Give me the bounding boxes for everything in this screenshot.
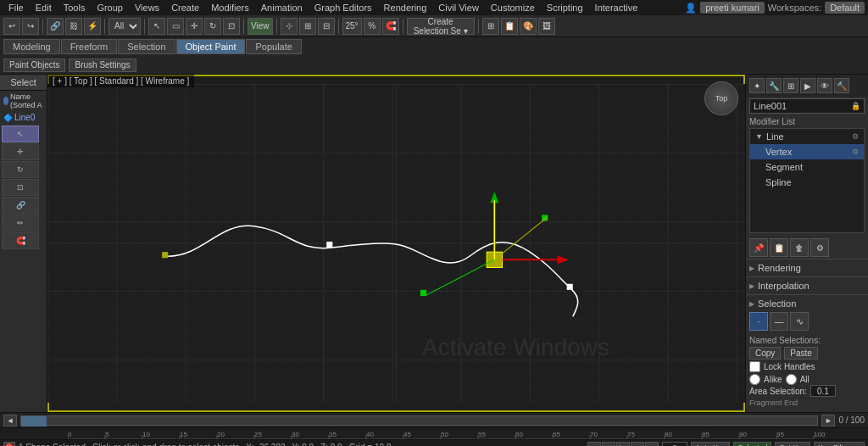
rotate-btn[interactable]: ↻ [204,18,221,35]
lock-handles-check[interactable] [749,361,760,372]
copy-btn[interactable]: Copy [749,347,781,360]
panel-icon-hierarchy[interactable]: ⊞ [783,78,798,93]
play-btn[interactable]: ▶ [616,442,630,447]
panel-icon-utils[interactable]: 🔨 [834,78,849,93]
tab-selection[interactable]: Selection [118,39,175,54]
viewport-gizmo[interactable]: Top [704,81,738,115]
tool-link[interactable]: 🔗 [2,197,39,214]
scene-explorer-btn[interactable]: 📋 [501,18,518,35]
undo-btn[interactable]: ↩ [3,18,20,35]
selection-title[interactable]: Selection [749,298,865,309]
tab-populate[interactable]: Populate [246,39,301,54]
mod-pin-btn[interactable]: 📌 [749,238,768,257]
select-btn[interactable]: ↖ [148,18,165,35]
vertex-sel-icon[interactable]: · [749,312,768,331]
all-radio[interactable] [786,374,797,385]
timeline-slider[interactable] [20,415,818,426]
material-btn[interactable]: 🎨 [520,18,537,35]
align-btn[interactable]: ⊞ [299,18,316,35]
selected-btn[interactable]: Selected [733,442,771,447]
prev-key-btn[interactable]: ◄ [602,442,615,447]
username[interactable]: preeti kumari [700,2,765,14]
next-key-btn[interactable]: ► [631,442,644,447]
menu-edit[interactable]: Edit [31,0,57,15]
mod-delete-btn[interactable]: 🗑 [790,238,809,257]
frame-input[interactable] [662,442,687,447]
selection-set-btn[interactable]: Create Selection Se ▾ [407,18,475,35]
menu-rendering[interactable]: Rendering [379,0,432,15]
menu-group[interactable]: Group [92,0,128,15]
set-key-btn[interactable]: Set Key [775,442,810,447]
object-name-field[interactable]: Line001 🔒 [749,98,865,114]
percent-snap-btn[interactable]: % [364,18,381,35]
brush-settings-btn[interactable]: Brush Settings [69,59,136,72]
modifier-list[interactable]: ▼ Line ⚙ Vertex ⚙ Segment Spline [749,128,865,233]
layers-btn[interactable]: ⊞ [482,18,499,35]
mod-vertex-options[interactable]: ⚙ [852,148,859,156]
angle-snap-btn[interactable]: 25° [342,18,362,35]
tool-rotate[interactable]: ↻ [2,161,39,178]
menu-views[interactable]: Views [130,0,164,15]
workspace-value[interactable]: Default [825,2,865,14]
status-icon-btn[interactable]: 🔴 [3,442,15,447]
alike-radio[interactable] [749,374,760,385]
mod-item-spline[interactable]: Spline [750,175,864,190]
interpolation-title[interactable]: Interpolation [749,281,865,291]
key-filters-btn[interactable]: Key Filters... [814,442,865,447]
menu-scripting[interactable]: Scripting [542,0,588,15]
menu-civil-view[interactable]: Civil View [433,0,483,15]
tab-modeling[interactable]: Modeling [3,39,60,54]
next-frame-btn[interactable]: ⏭ [645,442,659,447]
menu-interactive[interactable]: Interactive [590,0,643,15]
menu-create[interactable]: Create [166,0,204,15]
menu-modifiers[interactable]: Modifiers [206,0,254,15]
link-btn[interactable]: 🔗 [47,18,64,35]
snap3d-btn[interactable]: 🧲 [382,18,399,35]
rendering-title[interactable]: Rendering [749,263,865,273]
move-btn[interactable]: ✛ [186,18,203,35]
menu-animation[interactable]: Animation [256,0,308,15]
segment-sel-icon[interactable]: — [770,312,788,331]
prev-frame-btn[interactable]: ⏮ [587,442,601,447]
tool-move[interactable]: ✛ [2,143,39,160]
tool-select[interactable]: ↖ [2,125,39,142]
mod-config-btn[interactable]: ⚙ [810,238,829,257]
timeline-thumb[interactable] [21,416,47,426]
scale-btn[interactable]: ⊡ [223,18,240,35]
redo-btn[interactable]: ↪ [22,18,39,35]
timeline-next-btn[interactable]: ► [821,415,835,426]
timeline-prev-btn[interactable]: ◄ [3,415,17,426]
paint-objects-btn[interactable]: Paint Objects [3,59,65,72]
mod-item-line[interactable]: ▼ Line ⚙ [750,129,864,144]
paste-btn[interactable]: Paste [784,347,818,360]
filter-select[interactable]: All [108,18,141,35]
panel-icon-create[interactable]: ✦ [749,78,765,93]
menu-graph-editors[interactable]: Graph Editors [309,0,377,15]
mod-item-vertex[interactable]: Vertex ⚙ [750,144,864,159]
panel-icon-display[interactable]: 👁 [817,78,832,93]
area-sel-input[interactable] [810,385,836,397]
object-name[interactable]: Line0 [14,113,35,122]
tab-freeform[interactable]: Freeform [61,39,118,54]
tool-paint[interactable]: ✏ [2,215,39,231]
pivot-btn[interactable]: ⊹ [281,18,298,35]
render-btn[interactable]: 🖼 [538,18,555,35]
panel-icon-modify[interactable]: 🔧 [766,78,782,93]
tool-scale[interactable]: ⊡ [2,179,39,196]
spline-sel-icon[interactable]: ∿ [790,312,809,331]
unlink-btn[interactable]: ⛓ [65,18,82,35]
tool-snap[interactable]: 🧲 [2,232,39,249]
rect-select-btn[interactable]: ▭ [167,18,184,35]
mod-options-icon[interactable]: ⚙ [852,132,859,141]
auto-key-btn[interactable]: Auto Key [691,442,731,447]
bind-btn[interactable]: ⚡ [84,18,101,35]
tab-object-paint[interactable]: Object Paint [176,39,246,54]
mod-item-segment[interactable]: Segment [750,159,864,175]
menu-tools[interactable]: Tools [58,0,91,15]
menu-file[interactable]: File [3,0,29,15]
view-btn[interactable]: View [248,18,273,35]
viewport[interactable]: [ + ] [ Top ] [ Standard ] [ Wireframe ] [47,75,745,412]
mirror-btn[interactable]: ⊟ [318,18,335,35]
mod-copy-btn[interactable]: 📋 [770,238,788,257]
menu-customize[interactable]: Customize [486,0,540,15]
